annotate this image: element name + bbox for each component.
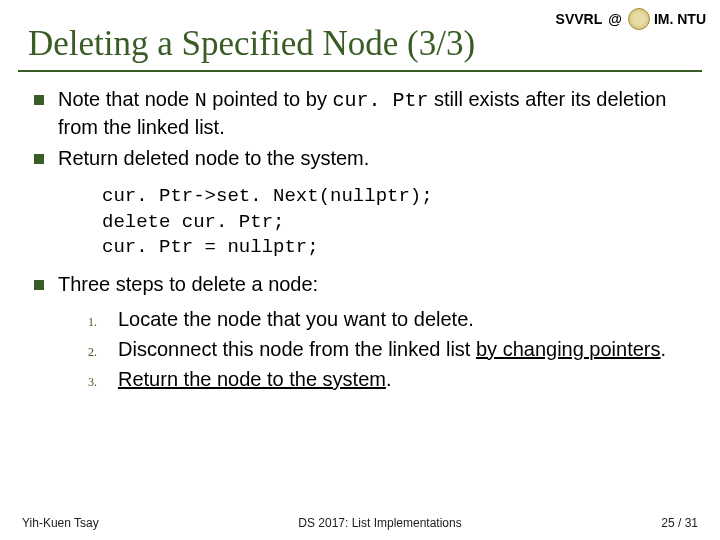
underline-span: Return the node to the system (118, 368, 386, 390)
bullet-item: Three steps to delete a node: (28, 271, 692, 298)
footer-left: Yih-Kuen Tsay (22, 516, 99, 530)
bullet-text: Note that node N pointed to by cur. Ptr … (58, 86, 692, 141)
footer-right: 25 / 31 (661, 516, 698, 530)
square-bullet-icon (34, 95, 44, 105)
title-rule (18, 70, 702, 72)
bullet-text: Return deleted node to the system. (58, 145, 692, 172)
footer-center: DS 2017: List Implementations (298, 516, 461, 530)
text-span: Note that node (58, 88, 195, 110)
list-text: Return the node to the system. (118, 366, 692, 393)
code-span: N (195, 89, 207, 112)
square-bullet-icon (34, 280, 44, 290)
square-bullet-icon (34, 154, 44, 164)
content-area: Note that node N pointed to by cur. Ptr … (0, 86, 720, 393)
code-span: cur. Ptr (332, 89, 428, 112)
bullet-item: Return deleted node to the system. (28, 145, 692, 172)
underline-span: by changing pointers (476, 338, 661, 360)
text-span: pointed to by (207, 88, 333, 110)
header-left: SVVRL (556, 11, 603, 27)
ordered-list: 1. Locate the node that you want to dele… (28, 302, 692, 393)
page-title: Deleting a Specified Node (3/3) (0, 24, 720, 70)
text-span: Disconnect this node from the linked lis… (118, 338, 476, 360)
code-line: delete cur. Ptr; (102, 210, 692, 236)
list-number: 2. (88, 336, 118, 363)
list-number: 3. (88, 366, 118, 393)
list-item: 1. Locate the node that you want to dele… (88, 306, 692, 333)
list-text: Disconnect this node from the linked lis… (118, 336, 692, 363)
bullet-text: Three steps to delete a node: (58, 271, 692, 298)
list-text: Locate the node that you want to delete. (118, 306, 692, 333)
code-line: cur. Ptr->set. Next(nullptr); (102, 184, 692, 210)
ntu-logo-icon (628, 8, 650, 30)
list-number: 1. (88, 306, 118, 333)
text-span: . (386, 368, 392, 390)
text-span: . (661, 338, 667, 360)
bullet-item: Note that node N pointed to by cur. Ptr … (28, 86, 692, 141)
header-at: @ (608, 11, 622, 27)
list-item: 3. Return the node to the system. (88, 366, 692, 393)
list-item: 2. Disconnect this node from the linked … (88, 336, 692, 363)
code-line: cur. Ptr = nullptr; (102, 235, 692, 261)
code-block: cur. Ptr->set. Next(nullptr); delete cur… (28, 176, 692, 271)
footer-bar: Yih-Kuen Tsay DS 2017: List Implementati… (0, 516, 720, 530)
header-right: IM. NTU (654, 11, 706, 27)
